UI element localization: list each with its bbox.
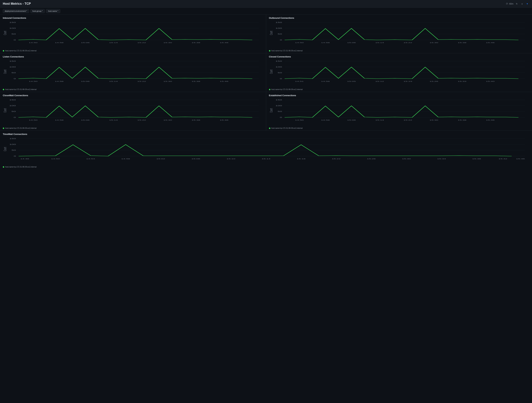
legend-label: host.name=ip-172-31-98-39.ec2.internal <box>272 89 303 90</box>
svg-text:15:22: 15:22 <box>137 81 146 82</box>
svg-text:100: 100 <box>275 66 282 68</box>
filters-bar: deployment.environment * host.group * ho… <box>0 8 532 14</box>
svg-text:15:30: 15:30 <box>429 119 438 121</box>
page-title: Host Metrics - TCP <box>3 2 31 6</box>
svg-text:100: 100 <box>9 66 16 68</box>
svg-text:15:30: 15:30 <box>163 42 172 44</box>
svg-text:15:40: 15:40 <box>486 81 494 82</box>
svg-text:50: 50 <box>12 72 16 74</box>
svg-text:15:30: 15:30 <box>163 119 172 121</box>
filter-deployment-environment[interactable]: deployment.environment * <box>3 9 29 13</box>
svg-text:Count: Count <box>3 108 7 113</box>
svg-text:Count: Count <box>3 70 7 74</box>
svg-text:50: 50 <box>278 33 282 35</box>
chart-closewait: CloseWait Connections 150 100 50 0 Count… <box>0 92 266 131</box>
svg-text:15:06: 15:06 <box>81 81 90 82</box>
filter-host-name[interactable]: host.name * <box>46 9 60 13</box>
svg-text:Count: Count <box>3 31 7 35</box>
chart-closed: Closed Connections 150 100 50 0 Count 14… <box>266 53 532 92</box>
legend-dot <box>3 166 4 168</box>
chart-listen-area: 150 100 50 0 Count 14:50 14:58 15:06 15:… <box>3 59 263 87</box>
filter-host-group[interactable]: host.group * <box>31 9 45 13</box>
svg-text:15:10: 15:10 <box>227 158 235 160</box>
header-controls: ⏱ -60m ↻ ∨ ▼ <box>506 2 529 6</box>
legend-label: host.name=ip-172-31-98-39.ec2.internal <box>5 166 36 168</box>
svg-text:15:14: 15:14 <box>262 158 271 160</box>
chevron-down-icon[interactable]: ∨ <box>520 2 524 6</box>
chart-timewait-title: TimeWait Connections <box>3 133 529 135</box>
svg-text:Count: Count <box>269 31 273 35</box>
svg-text:Count: Count <box>3 147 7 151</box>
svg-text:15:22: 15:22 <box>137 119 146 121</box>
svg-text:0: 0 <box>14 78 16 80</box>
legend-dot <box>3 89 4 90</box>
svg-text:14:50: 14:50 <box>295 42 304 44</box>
refresh-button[interactable]: ↻ <box>515 2 519 6</box>
legend-label: host.name=ip-172-31-98-39.ec2.internal <box>5 127 36 129</box>
legend-dot <box>3 128 4 129</box>
svg-text:14:58: 14:58 <box>55 81 63 82</box>
svg-text:0: 0 <box>280 39 282 41</box>
svg-text:0: 0 <box>280 116 282 118</box>
legend-label: host.name=ip-172-31-98-39.ec2.internal <box>5 89 36 90</box>
svg-text:15:18: 15:18 <box>297 158 305 160</box>
chart-timewait-legend: host.name=ip-172-31-98-39.ec2.internal <box>3 166 529 168</box>
svg-text:15:06: 15:06 <box>347 119 356 121</box>
svg-text:15:30: 15:30 <box>402 158 411 160</box>
svg-text:15:22: 15:22 <box>332 158 341 160</box>
svg-text:50: 50 <box>12 149 16 151</box>
svg-text:14:58: 14:58 <box>55 119 63 121</box>
svg-text:150: 150 <box>9 60 16 62</box>
time-control[interactable]: ⏱ -60m <box>506 3 513 5</box>
svg-text:15:38: 15:38 <box>458 42 466 44</box>
chart-inbound-title: Inbound Connections <box>3 17 263 19</box>
legend-dot <box>269 128 270 129</box>
svg-text:15:26: 15:26 <box>429 81 438 82</box>
chart-established-legend: host.name=ip-172-31-98-39.ec2.internal <box>269 127 529 129</box>
svg-text:15:06: 15:06 <box>81 42 90 44</box>
legend-label: host.name=ip-172-31-98-39.ec2.internal <box>5 50 36 52</box>
filter-icon[interactable]: ▼ <box>525 2 529 6</box>
svg-text:15:02: 15:02 <box>156 158 165 160</box>
svg-text:100: 100 <box>275 27 282 29</box>
svg-text:14:50: 14:50 <box>295 119 304 121</box>
svg-text:15:14: 15:14 <box>109 119 118 121</box>
svg-text:Count: Count <box>269 108 273 113</box>
chart-established: Established Connections 150 100 50 0 Cou… <box>266 92 532 131</box>
svg-text:15:46: 15:46 <box>486 42 494 44</box>
chart-closewait-title: CloseWait Connections <box>3 94 263 97</box>
chart-inbound-legend: host.name=ip-172-31-98-39.ec2.internal <box>3 50 263 52</box>
chart-listen-legend: host.name=ip-172-31-98-39.ec2.internal <box>3 89 263 90</box>
chart-outbound-legend: host.name=ip-172-31-98-39.ec2.internal <box>269 50 529 52</box>
svg-text:15:14: 15:14 <box>109 42 118 44</box>
chart-listen-title: Listen Connections <box>3 55 263 58</box>
svg-text:50: 50 <box>278 72 282 74</box>
svg-text:15:38: 15:38 <box>192 119 200 121</box>
svg-text:Count: Count <box>269 70 273 74</box>
svg-text:100: 100 <box>275 105 282 107</box>
svg-text:15:33: 15:33 <box>458 81 466 82</box>
svg-text:15:14: 15:14 <box>375 42 384 44</box>
svg-text:150: 150 <box>9 138 16 140</box>
svg-text:100: 100 <box>9 143 16 145</box>
svg-text:100: 100 <box>9 27 16 29</box>
chart-outbound: Outbound Connections 150 100 50 0 Count … <box>266 14 532 53</box>
chart-timewait-area: 150 100 50 0 Count 14:46 14:50 14:54 14:… <box>3 137 529 165</box>
chart-closewait-area: 150 100 50 0 Count 14:50 14:58 15:06 15:… <box>3 98 263 126</box>
svg-text:15:06: 15:06 <box>81 119 90 121</box>
svg-text:14:50: 14:50 <box>29 81 38 82</box>
chart-inbound-area: 150 100 50 0 Count 14:50 14:58 15:06 15:… <box>3 21 263 49</box>
svg-text:15:30: 15:30 <box>163 81 172 82</box>
chart-established-area: 150 100 50 0 Count 14:50 14:58 15:06 15:… <box>269 98 529 126</box>
svg-text:15:38: 15:38 <box>192 81 200 82</box>
svg-text:150: 150 <box>275 22 282 23</box>
charts-grid: Inbound Connections 150 100 50 0 Count 1… <box>0 14 532 131</box>
svg-text:14:51: 14:51 <box>295 81 304 82</box>
svg-text:15:12: 15:12 <box>375 81 384 82</box>
chart-listen: Listen Connections 150 100 50 0 Count 14… <box>0 53 266 92</box>
svg-text:150: 150 <box>9 99 16 101</box>
legend-dot <box>269 89 270 90</box>
svg-text:15:42: 15:42 <box>499 158 507 160</box>
svg-text:15:05: 15:05 <box>347 81 356 82</box>
clock-icon: ⏱ <box>506 3 508 5</box>
